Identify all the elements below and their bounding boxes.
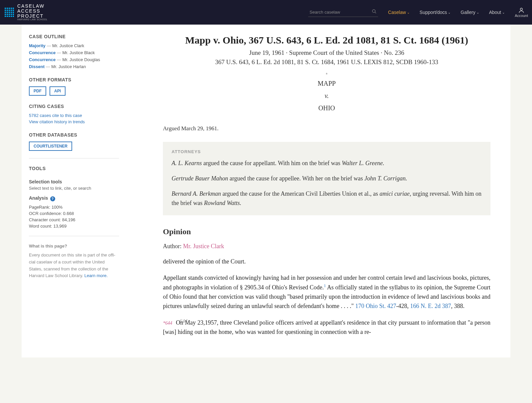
account-link[interactable]: Account: [515, 7, 528, 18]
courtlistener-button[interactable]: COURTLISTENER: [29, 142, 72, 151]
formats-heading: OTHER FORMATS: [29, 77, 119, 82]
outline-heading: CASE OUTLINE: [29, 34, 119, 39]
case-content: Mapp v. Ohio, 367 U.S. 643, 6 L. Ed. 2d …: [126, 25, 510, 357]
logo[interactable]: CASELAW ACCESS PROJECT HARVARD LAW SCHOO…: [4, 4, 48, 21]
opinion-paragraph: *644 On May 23,1957, three Cleveland pol…: [163, 318, 490, 337]
nav-about[interactable]: About⌄: [489, 10, 505, 15]
citing-heading: CITING CASES: [29, 104, 119, 109]
logo-icon: [4, 7, 15, 18]
svg-point-2: [520, 8, 523, 10]
main-nav: Caselaw⌄ Support/docs⌄ Gallery⌄ About⌄: [388, 10, 505, 15]
case-meta: June 19, 1961 · Supreme Court of the Uni…: [163, 49, 490, 56]
author-line: Author: Mr. Justice Clark: [163, 243, 490, 250]
attorney-entry: A. L. Kearns argued the cause for appell…: [172, 159, 482, 168]
party-appellee: OHIO: [163, 104, 490, 112]
chevron-down-icon: ⌄: [448, 11, 451, 14]
citation-link[interactable]: 166 N. E. 2d 387: [410, 303, 451, 309]
svg-point-0: [372, 10, 375, 13]
chevron-down-icon: ⌄: [407, 11, 410, 14]
case-title: Mapp v. Ohio, 367 U.S. 643, 6 L. Ed. 2d …: [163, 35, 490, 46]
api-button[interactable]: API: [50, 86, 66, 96]
outline-link[interactable]: Majority: [29, 43, 46, 48]
attorneys-heading: ATTORNEYS: [172, 149, 482, 154]
versus: v.: [163, 92, 490, 100]
sidebar: CASE OUTLINE Majority — Mr. Justice Clar…: [22, 25, 126, 357]
what-heading: What is this page?: [29, 244, 119, 249]
learn-more-link[interactable]: Learn more.: [84, 273, 108, 278]
attorneys-box: ATTORNEYS A. L. Kearns argued the cause …: [163, 142, 490, 215]
search-icon[interactable]: [372, 9, 377, 15]
stat-pagerank: PageRank: 100%: [29, 205, 119, 210]
attorney-entry: Gertrude Bauer Mahon argued the cause fo…: [172, 174, 482, 183]
divider: [29, 158, 119, 158]
databases-heading: OTHER DATABASES: [29, 132, 119, 138]
citing-cases-link[interactable]: 5782 cases cite to this case: [29, 113, 119, 118]
outline-item-majority: Majority — Mr. Justice Clark: [29, 43, 119, 48]
page-number-inline: *644: [163, 321, 172, 326]
stat-ocr: OCR confidence: 0.668: [29, 211, 119, 216]
nav-gallery[interactable]: Gallery⌄: [461, 10, 479, 15]
chevron-down-icon: ⌄: [476, 11, 479, 14]
selection-tools-label: Selection tools: [29, 179, 119, 184]
logo-text: CASELAW ACCESS PROJECT HARVARD LAW SCHOO…: [17, 4, 48, 21]
outline-link[interactable]: Concurrence: [29, 50, 56, 55]
citation-link[interactable]: 170 Ohio St. 427: [355, 303, 396, 309]
opinion-paragraph: Appellant stands convicted of knowingly …: [163, 273, 490, 311]
divider: [29, 236, 119, 236]
nav-caselaw[interactable]: Caselaw⌄: [388, 10, 410, 15]
outline-link[interactable]: Concurrence: [29, 57, 56, 62]
selection-tools-text: Select text to link, cite, or search: [29, 186, 119, 191]
user-icon: [518, 7, 525, 14]
outline-item-dissent: Dissent — Mr. Justice Harlan: [29, 64, 119, 69]
pdf-button[interactable]: PDF: [29, 86, 46, 96]
stat-words: Word count: 13,969: [29, 224, 119, 229]
what-text: Every doc­u­ment on this site is part of…: [29, 252, 119, 279]
attorney-entry: Bernard A. Berkman argued the cause for …: [172, 189, 482, 208]
svg-line-1: [375, 12, 376, 13]
search-wrap: [308, 8, 378, 17]
opinion-heading: Opinion: [163, 227, 490, 236]
outline-item-concurrence: Concurrence — Mr. Justice Douglas: [29, 57, 119, 62]
outline-item-concurrence: Concurrence — Mr. Justice Black: [29, 50, 119, 55]
page-number-margin: 644: [180, 318, 188, 324]
stat-chars: Character count: 84,196: [29, 217, 119, 222]
top-header: CASELAW ACCESS PROJECT HARVARD LAW SCHOO…: [0, 0, 532, 25]
chevron-down-icon: ⌄: [502, 11, 505, 14]
search-input[interactable]: [308, 8, 378, 17]
delivered-line: delivered the opinion of the Court.: [163, 257, 490, 266]
info-icon[interactable]: ?: [50, 196, 55, 201]
argued-date: Argued March 29, 1961.: [163, 125, 490, 132]
outline-link[interactable]: Dissent: [29, 64, 45, 69]
nav-support[interactable]: Support/docs⌄: [420, 10, 451, 15]
case-citations: 367 U.S. 643, 6 L. Ed. 2d 1081, 81 S. Ct…: [163, 58, 490, 66]
analysis-label: Analysis: [29, 195, 48, 201]
main-container: CASE OUTLINE Majority — Mr. Justice Clar…: [22, 25, 510, 357]
party-appellant: MAPP: [163, 80, 490, 87]
author-link[interactable]: Mr. Justice Clark: [183, 243, 224, 250]
trends-link[interactable]: View citation history in trends: [29, 119, 119, 124]
tools-heading: TOOLS: [29, 166, 119, 171]
star-separator: *: [163, 72, 490, 77]
